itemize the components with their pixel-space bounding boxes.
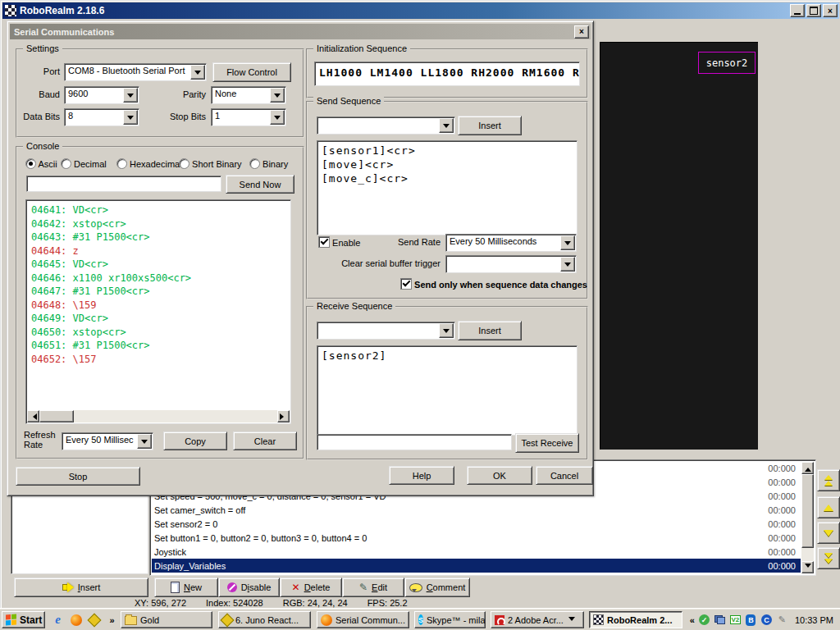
scroll-thumb[interactable] — [39, 410, 74, 422]
help-button[interactable]: Help — [389, 466, 454, 485]
task-serial-communications[interactable]: Serial Commun... — [317, 611, 409, 628]
dropdown-button[interactable] — [137, 434, 152, 449]
scroll-left-button[interactable] — [27, 410, 39, 422]
pipeline-row[interactable]: Set button1 = 0, button2 = 0, button3 = … — [152, 531, 801, 545]
minimize-button[interactable] — [790, 4, 805, 17]
dropdown-button[interactable] — [123, 88, 138, 103]
firefox-icon[interactable] — [69, 613, 83, 627]
cancel-button[interactable]: Cancel — [536, 466, 593, 485]
pipeline-row-selected[interactable]: Display_Variables00:000 — [152, 559, 801, 573]
mode-decimal-radio[interactable]: Decimal — [61, 158, 107, 169]
network-icon[interactable] — [714, 614, 726, 626]
task-roborealm[interactable]: RoboRealm 2... — [589, 611, 682, 628]
move-top-button[interactable] — [817, 469, 840, 491]
task-skype[interactable]: SSkype™ - mila... — [414, 611, 486, 628]
scroll-thumb[interactable] — [801, 474, 814, 548]
send-only-checkbox[interactable]: Send only when sequence data changes — [400, 278, 587, 290]
dropdown-button[interactable] — [439, 323, 454, 338]
flow-control-button[interactable]: Flow Control — [212, 62, 291, 82]
move-up-button[interactable] — [817, 496, 840, 518]
send-now-button[interactable]: Send Now — [226, 175, 294, 194]
dropdown-button[interactable] — [270, 110, 285, 125]
send-variable-dropdown[interactable] — [317, 116, 455, 135]
send-insert-button[interactable]: Insert — [458, 116, 522, 135]
receive-variable-dropdown[interactable] — [317, 322, 455, 340]
stop-bits-dropdown[interactable]: 1 — [211, 108, 286, 126]
quick-launch-overflow[interactable]: » — [105, 613, 119, 627]
mode-hexadecimal-radio[interactable]: Hexadecimal — [116, 158, 182, 169]
send-rate-dropdown[interactable]: Every 50 Milliseconds — [445, 234, 577, 252]
task-gold[interactable]: Gold — [121, 611, 212, 628]
test-receive-button[interactable]: Test Receive — [515, 433, 579, 453]
baud-dropdown[interactable]: 9600 — [64, 86, 139, 104]
mode-ascii-radio[interactable]: Ascii — [25, 158, 57, 169]
log-line: 04651: #31 P1500<cr> — [31, 339, 290, 353]
mode-binary-radio[interactable]: Binary — [249, 158, 288, 169]
comment-button[interactable]: Comment — [404, 578, 470, 597]
ok-button[interactable]: OK — [467, 466, 532, 485]
window-titlebar[interactable]: RoboRealm 2.18.6 × — [2, 2, 839, 19]
dialog-close-button[interactable]: × — [574, 25, 589, 39]
init-sequence-input[interactable]: LH1000 LM1400 LL1800 RH2000 RM1600 RL12 — [314, 62, 580, 86]
receive-insert-button[interactable]: Insert — [458, 321, 522, 340]
refresh-rate-dropdown[interactable]: Every 50 Millisec — [62, 432, 153, 450]
pencil-icon[interactable]: ✎ — [776, 614, 788, 626]
edit-button[interactable]: ✎ Edit — [342, 578, 404, 597]
edit-pencil-icon: ✎ — [359, 582, 368, 593]
pipeline-row[interactable]: Set sensor2 = 000:000 — [152, 517, 801, 531]
move-bottom-button[interactable] — [817, 547, 840, 569]
insert-module-button[interactable]: Insert — [14, 578, 148, 597]
send-sequence-textarea[interactable]: [sensor1]<cr> [move]<cr> [move_c]<cr> — [317, 140, 578, 235]
pipeline-row[interactable]: Joystick00:000 — [152, 545, 801, 559]
tray-overflow[interactable]: « — [690, 615, 695, 625]
insert-arrow-icon — [62, 582, 74, 592]
clear-trigger-dropdown[interactable] — [445, 255, 577, 273]
status-bar: XY: 596, 272 Index: 524028 RGB: 24, 24, … — [135, 598, 408, 608]
task-juno-react[interactable]: 6. Juno React... — [218, 611, 311, 628]
receive-sequence-textarea[interactable]: [sensor2] — [317, 345, 578, 436]
enable-checkbox[interactable]: Enable — [318, 236, 360, 248]
move-down-button[interactable] — [817, 522, 840, 544]
cancel-label: Cancel — [550, 471, 578, 481]
mode-short-binary-radio[interactable]: Short Binary — [179, 158, 242, 169]
scroll-right-button[interactable] — [277, 410, 290, 422]
test-receive-input[interactable] — [317, 434, 512, 450]
pipeline-row[interactable]: Set camer_switch = off00:000 — [152, 503, 801, 517]
dropdown-button[interactable] — [560, 257, 575, 272]
delete-label: Delete — [304, 582, 331, 592]
console-log[interactable]: 04641: VD<cr> 04642: xstop<cr> 04643: #3… — [25, 199, 291, 424]
paint-icon[interactable] — [87, 613, 101, 627]
pipeline-scrollbar[interactable] — [801, 462, 814, 573]
folder-icon — [125, 616, 137, 625]
dropdown-button[interactable] — [439, 118, 454, 133]
v2-icon[interactable]: V2 — [729, 614, 742, 626]
dropdown-button[interactable] — [123, 110, 138, 125]
log-hscrollbar[interactable] — [27, 410, 290, 422]
data-bits-dropdown[interactable]: 8 — [64, 108, 139, 126]
task-adobe-group[interactable]: 2 Adobe Acr... — [491, 611, 584, 628]
close-button[interactable]: × — [823, 4, 838, 17]
ie-icon[interactable]: e — [51, 613, 65, 627]
scroll-down-button[interactable] — [801, 561, 814, 573]
port-dropdown[interactable]: COM8 - Bluetooth Serial Port — [64, 63, 207, 81]
dropdown-button[interactable] — [190, 65, 205, 80]
start-button[interactable]: Start — [2, 611, 45, 628]
delete-button[interactable]: ✕ Delete — [280, 578, 342, 597]
dropdown-button[interactable] — [560, 235, 575, 250]
dropdown-button[interactable] — [270, 88, 285, 103]
console-input[interactable] — [26, 176, 221, 192]
port-label: Port — [24, 66, 60, 76]
dialog-titlebar[interactable]: Serial Communications × — [10, 24, 591, 39]
antivirus-icon[interactable]: ✓ — [698, 614, 710, 626]
row-text: Display_Variables — [152, 561, 758, 571]
maximize-button[interactable] — [806, 4, 821, 17]
copy-button[interactable]: Copy — [163, 431, 227, 450]
c-icon[interactable]: C — [760, 614, 773, 626]
parity-dropdown[interactable]: None — [211, 86, 286, 104]
new-button[interactable]: New — [154, 578, 218, 597]
scroll-up-button[interactable] — [801, 462, 814, 474]
clear-button[interactable]: Clear — [233, 431, 297, 450]
disable-button[interactable]: Disable — [218, 578, 280, 597]
bluetooth-icon[interactable]: B — [745, 614, 757, 626]
stop-button[interactable]: Stop — [16, 467, 140, 486]
